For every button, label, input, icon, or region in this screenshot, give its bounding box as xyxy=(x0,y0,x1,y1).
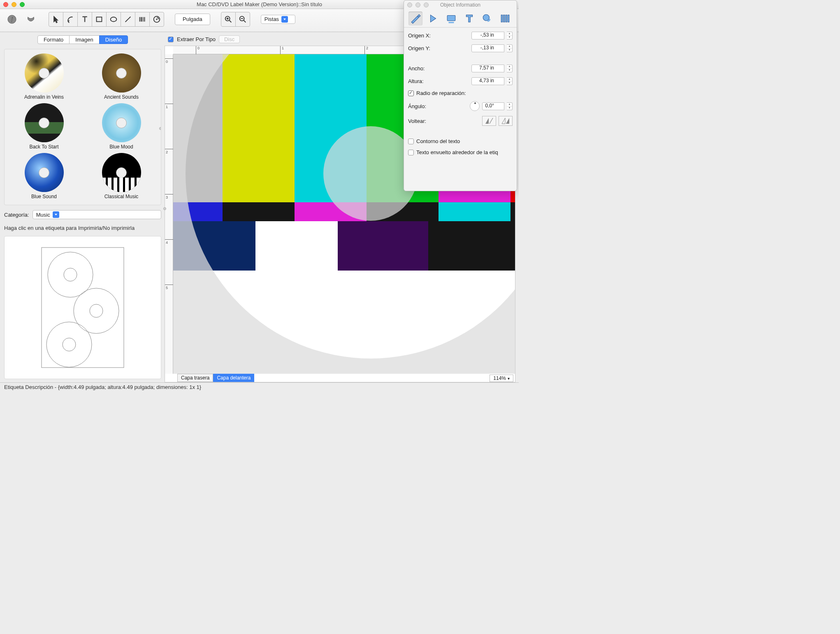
tool-palette: T xyxy=(49,12,164,27)
angulo-stepper[interactable]: ▲▼ xyxy=(507,102,513,110)
envuelto-label: Texto envuelto alrededor de la etiq xyxy=(416,149,498,155)
svg-line-15 xyxy=(229,20,231,22)
altura-field[interactable]: 4,73 in xyxy=(471,77,504,85)
barcode-tool[interactable] xyxy=(135,12,150,27)
tab-formato[interactable]: Formato xyxy=(37,35,70,44)
splitter-handle[interactable] xyxy=(163,207,166,210)
layer-tab-back[interactable]: Capa trasera xyxy=(177,374,213,382)
zoom-select[interactable]: 114% xyxy=(490,375,513,382)
list-item[interactable]: Adrenalin in Veins xyxy=(7,53,81,100)
label-layout-preview[interactable] xyxy=(4,236,161,379)
tab-imagen[interactable]: Imagen xyxy=(69,35,99,44)
list-item[interactable]: Blue Sound xyxy=(7,153,81,199)
categoria-dropdown[interactable]: Music xyxy=(32,210,161,219)
zoom-out-icon[interactable] xyxy=(235,12,250,27)
categoria-label: Categoría: xyxy=(4,212,29,218)
ancho-label: Ancho: xyxy=(408,65,469,72)
arc-tool[interactable] xyxy=(63,12,78,27)
inspector-tab-image[interactable] xyxy=(444,12,458,25)
origin-y-stepper[interactable]: ▲▼ xyxy=(507,44,513,52)
pointer-tool[interactable] xyxy=(49,12,63,27)
disc-button[interactable]: Disc xyxy=(219,35,240,43)
svg-point-13 xyxy=(156,19,158,20)
svg-line-5 xyxy=(125,16,131,22)
unit-button[interactable]: Pulgada xyxy=(175,14,210,25)
list-item[interactable]: Classical Music xyxy=(84,153,158,199)
envuelto-checkbox[interactable] xyxy=(408,150,414,155)
origin-x-label: Origen X: xyxy=(408,32,469,39)
list-item[interactable]: Ancient Sounds xyxy=(84,53,158,100)
ratio-label: Radio de reparación: xyxy=(416,90,466,96)
inspector-tab-fill[interactable] xyxy=(426,12,440,25)
tracks-dropdown-label: Pistas xyxy=(265,16,279,22)
ancho-field[interactable]: 7,57 in xyxy=(471,65,504,72)
voltear-label: Voltear: xyxy=(408,118,480,124)
left-sidebar: Formato Imagen Diseño Adrenalin in Veins… xyxy=(0,32,165,382)
stamp-tool[interactable] xyxy=(149,12,164,27)
altura-label: Altura: xyxy=(408,78,469,84)
svg-rect-28 xyxy=(447,15,455,21)
list-item[interactable]: Back To Start xyxy=(7,103,81,150)
svg-rect-33 xyxy=(508,15,509,22)
origin-x-stepper[interactable]: ▲▼ xyxy=(507,32,513,39)
mask-icon[interactable] xyxy=(23,12,39,27)
svg-point-4 xyxy=(111,17,117,21)
resize-handle[interactable] xyxy=(159,127,161,130)
svg-text:T: T xyxy=(82,15,87,23)
design-templates-panel: Adrenalin in Veins Ancient Sounds Back T… xyxy=(4,49,161,205)
ellipse-tool[interactable] xyxy=(106,12,121,27)
print-hint: Haga clic en una etiqueta para Imprimirl… xyxy=(4,225,161,231)
contorno-checkbox[interactable] xyxy=(408,139,414,144)
layer-tab-front[interactable]: Capa delantera xyxy=(213,374,254,382)
object-info-inspector: Object Information Origen X:-,53 in▲▼ Or… xyxy=(404,0,517,191)
contorno-label: Contorno del texto xyxy=(416,138,460,144)
svg-rect-21 xyxy=(42,248,124,368)
extract-label: Extraer Por Tipo xyxy=(177,36,216,42)
inspector-tab-geometry[interactable] xyxy=(408,12,422,25)
svg-rect-30 xyxy=(501,15,502,22)
ruler-vertical: 0 1 2 3 4 5 xyxy=(165,54,173,374)
ancho-stepper[interactable]: ▲▼ xyxy=(507,65,513,72)
inspector-title: Object Information xyxy=(404,2,517,8)
origin-y-label: Origen Y: xyxy=(408,45,469,51)
rectangle-tool[interactable] xyxy=(92,12,107,27)
angle-dial[interactable] xyxy=(470,101,480,111)
sidebar-tabs: Formato Imagen Diseño xyxy=(4,35,161,44)
svg-rect-31 xyxy=(504,15,505,22)
svg-rect-32 xyxy=(506,15,507,22)
tab-diseno[interactable]: Diseño xyxy=(99,35,128,44)
zoom-in-icon[interactable] xyxy=(221,12,236,27)
angulo-field[interactable]: 0,0° xyxy=(482,102,504,110)
extract-checkbox[interactable] xyxy=(168,37,174,42)
svg-line-19 xyxy=(244,20,246,22)
angulo-label: Ángulo: xyxy=(408,103,467,109)
list-item[interactable]: Blue Mood xyxy=(84,103,158,150)
inspector-tab-text[interactable] xyxy=(462,12,476,25)
inspector-tab-shadow[interactable] xyxy=(480,12,494,25)
info-icon[interactable]: i xyxy=(4,12,20,27)
text-tool[interactable]: T xyxy=(77,12,92,27)
tracks-dropdown[interactable]: Pistas xyxy=(261,15,295,24)
line-tool[interactable] xyxy=(121,12,135,27)
origin-y-field[interactable]: -,13 in xyxy=(471,44,504,52)
origin-x-field[interactable]: -,53 in xyxy=(471,32,504,39)
status-bar: Etiqueta Descripción - {width:4.49 pulga… xyxy=(0,382,519,391)
ratio-checkbox[interactable] xyxy=(408,90,414,96)
inspector-tab-align[interactable] xyxy=(498,12,512,25)
svg-point-29 xyxy=(483,14,490,21)
svg-rect-3 xyxy=(97,17,102,21)
altura-stepper[interactable]: ▲▼ xyxy=(507,77,513,85)
flip-vertical-button[interactable] xyxy=(499,116,513,126)
flip-horizontal-button[interactable] xyxy=(482,116,496,126)
